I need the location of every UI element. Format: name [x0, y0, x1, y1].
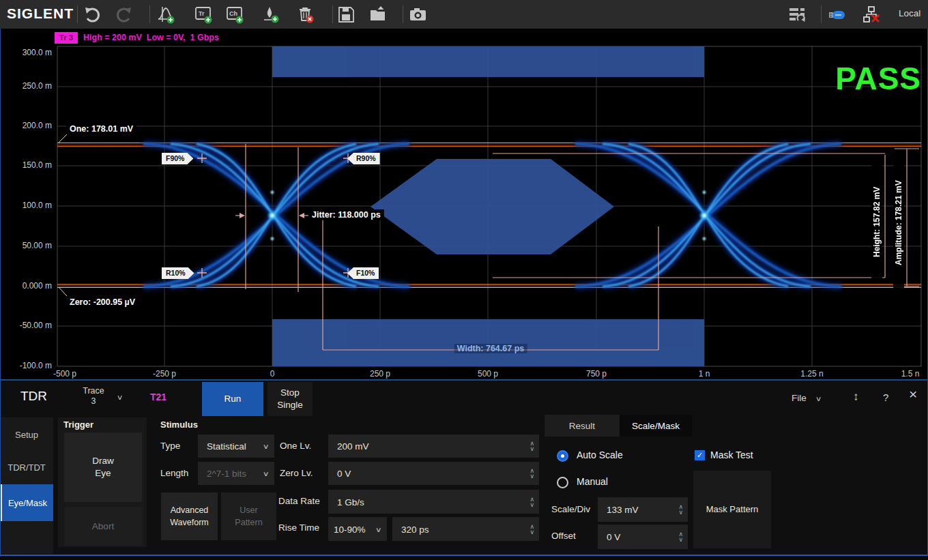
- redo-icon[interactable]: [115, 5, 133, 24]
- tab-scale-mask[interactable]: Scale/Mask: [620, 415, 692, 437]
- scale-div-input[interactable]: 133 mV ∧∨: [598, 497, 688, 522]
- add-waveform-icon[interactable]: [157, 5, 175, 24]
- x-tick: 1.5 n: [901, 369, 920, 379]
- x-tick: 500 p: [478, 369, 498, 379]
- type-dropdown[interactable]: Statistical ∨: [198, 434, 274, 458]
- one-lv-input[interactable]: 200 mV ∧∨: [328, 434, 539, 458]
- spin-down-icon[interactable]: ∨: [530, 529, 534, 535]
- screenshot-camera-icon[interactable]: [409, 5, 427, 24]
- tab-result[interactable]: Result: [545, 415, 620, 437]
- trace-selector[interactable]: Trace 3: [72, 386, 115, 407]
- advanced-label-2: Waveform: [170, 516, 209, 529]
- trace-selector-line1: Trace: [72, 386, 115, 396]
- data-rate-value: 1 Gb/s: [337, 497, 364, 507]
- sidebar-item-tdr-tdt[interactable]: TDR/TDT: [0, 452, 53, 483]
- toolbar-separator: [332, 5, 333, 23]
- zero-lv-input[interactable]: 0 V ∧∨: [328, 462, 539, 485]
- delete-trash-icon[interactable]: [296, 5, 315, 24]
- tab-result-label: Result: [569, 421, 595, 431]
- draw-eye-label-2: Eye: [95, 467, 111, 480]
- network-error-icon[interactable]: [862, 5, 881, 24]
- data-rate-label: Data Rate: [278, 496, 320, 506]
- zero-level-annotation: Zero: -200.95 µV: [66, 297, 139, 308]
- undo-icon[interactable]: [83, 5, 102, 24]
- rise-time-input[interactable]: 320 ps ∧∨: [392, 517, 539, 541]
- type-label: Type: [160, 441, 180, 451]
- y-tick: 300.0 m: [5, 48, 52, 57]
- sidebar-item-setup[interactable]: Setup: [0, 419, 53, 450]
- tr-glyph: Tr: [199, 10, 205, 17]
- stimulus-header: Stimulus: [160, 419, 198, 430]
- abort-button[interactable]: Abort: [64, 507, 142, 546]
- draw-eye-label-1: Draw: [92, 455, 114, 467]
- length-chevron-icon: ∨: [262, 470, 269, 477]
- open-file-icon[interactable]: [369, 5, 388, 24]
- eye-crossing-1ns: [575, 144, 841, 286]
- sidebar-item-eye-mask[interactable]: Eye/Mask: [0, 484, 53, 521]
- add-trace-icon[interactable]: Tr: [194, 5, 213, 24]
- user-pattern-label-2: Pattern: [235, 516, 262, 529]
- offset-input[interactable]: 0 V ∧∨: [598, 525, 688, 549]
- add-marker-icon[interactable]: [261, 5, 280, 24]
- help-icon[interactable]: ?: [883, 392, 888, 403]
- zero-lv-label: Zero Lv.: [280, 468, 313, 478]
- one-level-annotation: One: 178.01 mV: [66, 123, 136, 134]
- ch-glyph: Ch: [229, 10, 237, 17]
- y-tick: 50.00 m: [5, 241, 52, 250]
- file-menu-chevron-icon[interactable]: ∨: [815, 395, 822, 402]
- user-pattern-button[interactable]: User Pattern: [221, 492, 276, 540]
- advanced-waveform-button[interactable]: Advanced Waveform: [161, 492, 218, 540]
- save-icon[interactable]: [337, 5, 356, 24]
- expand-panel-icon[interactable]: ↕: [853, 390, 859, 404]
- draw-eye-button[interactable]: Draw Eye: [64, 432, 142, 502]
- mask-pattern-label: Mask Pattern: [706, 503, 759, 516]
- x-tick: 0: [270, 369, 275, 379]
- length-value: 2^7-1 bits: [207, 469, 246, 479]
- manual-radio[interactable]: [557, 477, 568, 488]
- x-tick: 250 p: [370, 369, 390, 379]
- add-channel-icon[interactable]: Ch: [226, 5, 244, 24]
- offset-value: 0 V: [607, 532, 620, 542]
- rise-time-chevron-icon: ∨: [375, 525, 381, 533]
- mask-test-checkbox[interactable]: ✓: [695, 450, 705, 460]
- run-button[interactable]: Run: [202, 382, 263, 416]
- rise-time-value: 320 ps: [401, 524, 429, 534]
- display-config-icon[interactable]: [788, 5, 807, 24]
- spin-down-icon[interactable]: ∨: [530, 446, 534, 452]
- offset-label: Offset: [551, 531, 576, 541]
- trace-id-label: T21: [150, 392, 166, 402]
- spin-down-icon[interactable]: ∨: [678, 510, 683, 515]
- trace-selector-chevron-icon[interactable]: ∨: [117, 394, 124, 401]
- toolbar-separator: [403, 5, 403, 23]
- y-tick: 100.0 m: [5, 201, 52, 210]
- trace-selector-line2: 3: [72, 396, 115, 407]
- length-dropdown[interactable]: 2^7-1 bits ∨: [198, 462, 274, 485]
- y-tick: 250.0 m: [5, 81, 52, 91]
- rise-time-ref-dropdown[interactable]: 10-90% ∨: [328, 517, 387, 541]
- manual-label: Manual: [577, 476, 608, 487]
- file-menu[interactable]: File: [792, 393, 807, 403]
- toolbar-separator: [77, 5, 78, 23]
- spin-down-icon[interactable]: ∨: [530, 473, 534, 479]
- data-rate-input[interactable]: 1 Gb/s ∧∨: [328, 490, 539, 514]
- bottom-strip: [0, 556, 928, 560]
- type-chevron-icon: ∨: [262, 443, 269, 450]
- eye-height-annotation: Height: 157.82 mV: [871, 162, 882, 282]
- sidebar-tdrtdt-label: TDR/TDT: [8, 462, 46, 473]
- x-tick: 1.25 n: [800, 369, 823, 379]
- usb-device-icon[interactable]: [828, 5, 846, 24]
- auto-scale-radio[interactable]: [557, 450, 568, 462]
- y-tick: 150.0 m: [5, 160, 52, 170]
- spin-down-icon[interactable]: ∨: [678, 537, 683, 542]
- stop-single-button[interactable]: Stop Single: [267, 382, 313, 416]
- y-tick: 0.000 m: [5, 281, 52, 291]
- close-panel-icon[interactable]: ×: [909, 386, 917, 402]
- run-button-label: Run: [224, 393, 242, 405]
- x-tick: -500 p: [53, 369, 76, 379]
- file-menu-label: File: [792, 393, 807, 403]
- mask-pattern-button[interactable]: Mask Pattern: [693, 471, 771, 548]
- panel-title: TDR: [20, 389, 47, 404]
- eye-width-annotation: Width: 764.67 ps: [454, 344, 527, 353]
- stop-label: Stop: [280, 387, 300, 399]
- spin-down-icon[interactable]: ∨: [530, 502, 534, 507]
